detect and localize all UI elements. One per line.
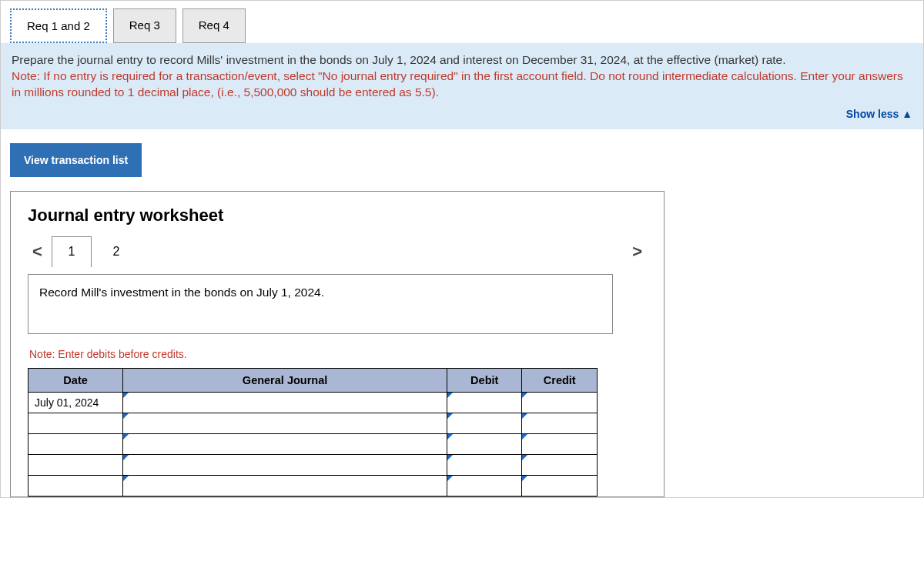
- cell-general-journal[interactable]: [123, 392, 447, 413]
- cell-date[interactable]: July 01, 2024: [28, 392, 123, 413]
- tab-req-3[interactable]: Req 3: [113, 8, 176, 43]
- journal-table: Date General Journal Debit Credit July 0…: [28, 368, 598, 496]
- cell-debit[interactable]: [447, 433, 522, 454]
- page-1-button[interactable]: 1: [52, 236, 92, 267]
- cell-credit[interactable]: [522, 454, 598, 475]
- tab-req-4[interactable]: Req 4: [182, 8, 246, 43]
- header-credit: Credit: [522, 368, 598, 392]
- cell-general-journal[interactable]: [123, 413, 447, 433]
- cell-date[interactable]: [28, 413, 123, 433]
- page-2-button[interactable]: 2: [96, 236, 136, 267]
- cell-debit[interactable]: [447, 413, 522, 433]
- cell-general-journal[interactable]: [123, 433, 447, 454]
- table-row: [28, 413, 598, 433]
- caret-up-icon: ▲: [902, 108, 912, 120]
- pager-left: < 1 2: [28, 236, 136, 267]
- cell-general-journal[interactable]: [123, 454, 447, 475]
- cell-debit[interactable]: [447, 454, 522, 475]
- worksheet-title: Journal entry worksheet: [28, 206, 647, 226]
- chevron-left-icon[interactable]: <: [28, 242, 47, 262]
- cell-date[interactable]: [28, 475, 123, 496]
- entry-description: Record Mill's investment in the bonds on…: [28, 274, 613, 334]
- cell-debit[interactable]: [447, 392, 522, 413]
- show-less-label: Show less: [846, 108, 899, 120]
- header-general-journal: General Journal: [123, 368, 447, 392]
- view-transaction-list-button[interactable]: View transaction list: [10, 143, 142, 177]
- cell-general-journal[interactable]: [123, 475, 447, 496]
- instructions-main: Prepare the journal entry to record Mill…: [12, 53, 786, 66]
- header-debit: Debit: [447, 368, 522, 392]
- instructions-panel: Prepare the journal entry to record Mill…: [1, 43, 923, 129]
- cell-credit[interactable]: [522, 392, 598, 413]
- table-row: [28, 475, 598, 496]
- cell-credit[interactable]: [522, 475, 598, 496]
- cell-debit[interactable]: [447, 475, 522, 496]
- cell-date[interactable]: [28, 433, 123, 454]
- tab-req-1-2[interactable]: Req 1 and 2: [10, 8, 107, 43]
- cell-credit[interactable]: [522, 433, 598, 454]
- cell-credit[interactable]: [522, 413, 598, 433]
- main-container: Req 1 and 2 Req 3 Req 4 Prepare the jour…: [0, 0, 924, 498]
- worksheet-box: Journal entry worksheet < 1 2 > Record M…: [10, 191, 665, 497]
- table-row: July 01, 2024: [28, 392, 598, 413]
- instructions-note: Note: If no entry is required for a tran…: [12, 69, 903, 99]
- cell-date[interactable]: [28, 454, 123, 475]
- table-row: [28, 454, 598, 475]
- header-date: Date: [28, 368, 123, 392]
- chevron-right-icon[interactable]: >: [628, 242, 647, 262]
- tabs-row: Req 1 and 2 Req 3 Req 4: [1, 1, 923, 43]
- show-less-toggle[interactable]: Show less ▲: [12, 107, 912, 122]
- pager-row: < 1 2 >: [28, 236, 647, 267]
- entry-note: Note: Enter debits before credits.: [29, 348, 647, 360]
- table-row: [28, 433, 598, 454]
